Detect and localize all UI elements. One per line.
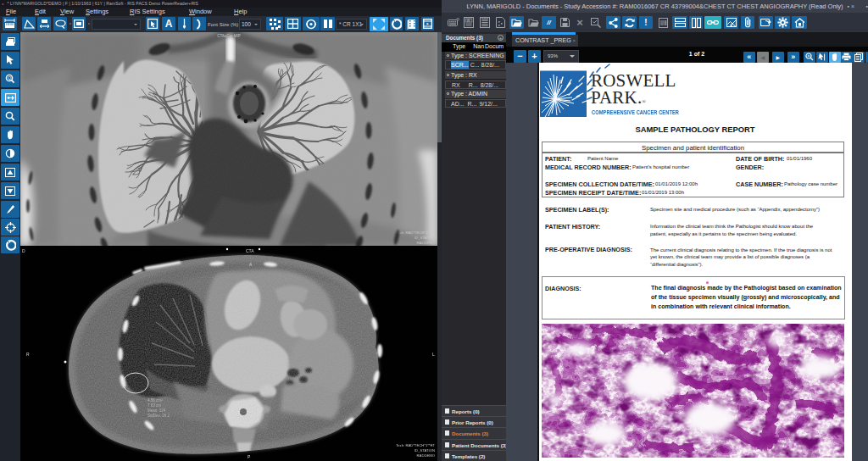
svg-text:StdDev: 26.2: StdDev: 26.2 xyxy=(147,414,170,418)
svg-text:RADDEMO: RADDEMO xyxy=(417,453,436,458)
svg-text:Tech: RAD*TECH*1**RT: Tech: RAD*TECH*1**RT xyxy=(396,230,435,235)
svg-text:ID_STATION: ID_STATION xyxy=(415,236,435,240)
svg-text:D: D xyxy=(22,248,25,253)
svg-text:R: R xyxy=(26,352,30,357)
svg-text:CTAoCor MIP: CTAoCor MIP xyxy=(217,34,241,38)
svg-text:7.63 cm: 7.63 cm xyxy=(147,403,161,408)
svg-text:ID_STATION: ID_STATION xyxy=(415,448,435,453)
svg-text:Tech: RAD*TECH*1**RT: Tech: RAD*TECH*1**RT xyxy=(396,443,435,447)
svg-text:Mean: 124: Mean: 124 xyxy=(147,408,166,413)
svg-text:RADDEMO: RADDEMO xyxy=(417,241,436,245)
svg-text:Q: Q xyxy=(8,75,12,81)
svg-text:W: W xyxy=(466,19,470,23)
svg-text:4.56 cm²: 4.56 cm² xyxy=(147,398,163,403)
svg-text:L: L xyxy=(432,352,435,357)
svg-text:CTA: CTA xyxy=(246,248,254,253)
